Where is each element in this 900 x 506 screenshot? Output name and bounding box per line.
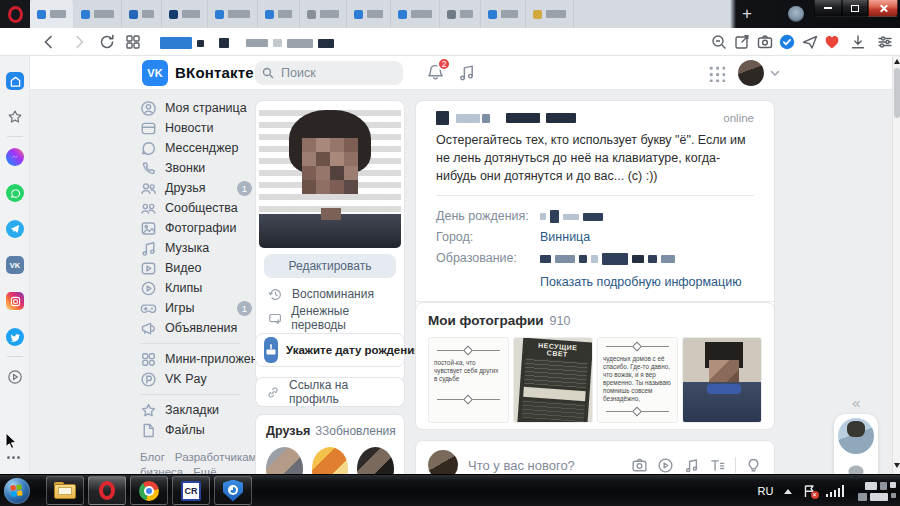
facebook-messenger-icon[interactable] — [6, 148, 24, 166]
minimize-button[interactable] — [814, 0, 842, 17]
easy-setup-icon[interactable] — [876, 33, 894, 51]
money-transfers-row[interactable]: Денежные переводы — [259, 306, 401, 330]
sidebar-item-video[interactable]: Видео — [140, 258, 252, 278]
friend-avatar[interactable] — [266, 447, 303, 474]
camera-icon[interactable] — [756, 33, 774, 51]
browser-tab[interactable] — [481, 0, 526, 28]
photo-thumb-portrait[interactable] — [682, 337, 763, 423]
forward-button[interactable] — [70, 33, 88, 51]
browser-tab[interactable] — [162, 0, 208, 28]
sidebar-item-music[interactable]: Музыка — [140, 238, 252, 258]
scroll-up-arrow[interactable] — [894, 59, 900, 64]
composer-placeholder[interactable]: Что у вас нового? — [468, 458, 575, 473]
sidebar-item-bookmarks[interactable]: Закладки — [140, 400, 252, 420]
friend-avatar[interactable] — [357, 447, 394, 474]
chat-contact-avatar[interactable] — [838, 418, 874, 454]
tray-expand-icon[interactable] — [784, 489, 792, 494]
footer-link[interactable]: Блог — [140, 451, 165, 463]
sidebar-item-clips[interactable]: Клипы — [140, 278, 252, 298]
taskbar-cr-button[interactable]: CR — [172, 476, 210, 505]
download-icon[interactable] — [849, 33, 867, 51]
tab-search-icon[interactable] — [788, 6, 804, 22]
header-avatar[interactable] — [738, 60, 764, 86]
taskbar-explorer-button[interactable] — [46, 476, 84, 505]
sidebar-item-ads[interactable]: Объявления — [140, 318, 252, 338]
sidebar-item-communities[interactable]: Сообщества — [140, 198, 252, 218]
browser-tab[interactable] — [300, 0, 347, 28]
music-header-icon[interactable] — [457, 63, 476, 82]
taskbar-shield-button[interactable] — [214, 476, 252, 505]
footer-link[interactable]: Ещё — [193, 466, 217, 474]
browser-tab[interactable] — [74, 0, 122, 28]
scroll-down-arrow[interactable] — [894, 463, 900, 468]
vk-logo-text[interactable]: ВКонтакте — [175, 64, 254, 81]
composer-photo-icon[interactable] — [631, 457, 648, 474]
telegram-icon[interactable] — [6, 220, 24, 238]
friends-title[interactable]: Друзья — [266, 424, 310, 438]
sidebar-item-miniapps[interactable]: Мини-приложения — [140, 349, 252, 369]
sidebar-more-icon[interactable] — [7, 456, 20, 459]
photos-title[interactable]: Мои фотографии — [428, 313, 544, 328]
zoom-out-icon[interactable] — [710, 33, 728, 51]
network-signal-icon[interactable] — [826, 485, 845, 497]
back-button[interactable] — [40, 33, 58, 51]
browser-tab[interactable] — [208, 0, 258, 28]
action-center-flag-icon[interactable]: ✕ — [802, 484, 816, 498]
photo-thumb-text-2[interactable]: чудесных домов с её спасибо. Где-то давн… — [597, 337, 678, 423]
snapshot-icon[interactable] — [733, 33, 751, 51]
photo-thumb-text-1[interactable]: постой-ка, что чувствует себя других в с… — [428, 337, 509, 423]
footer-link[interactable]: Разработчикам — [175, 451, 257, 463]
browser-tab[interactable] — [347, 0, 391, 28]
sidebar-item-friends[interactable]: Друзья1 — [140, 178, 252, 198]
address-bar[interactable] — [160, 37, 334, 49]
search-input[interactable] — [255, 61, 403, 85]
sidebar-item-news[interactable]: Новости — [140, 118, 252, 138]
instagram-icon[interactable] — [6, 292, 24, 310]
detail-value-link[interactable]: Винница — [540, 230, 590, 244]
friend-avatar[interactable] — [312, 447, 349, 474]
sidebar-item-messenger[interactable]: Мессенджер — [140, 138, 252, 158]
sidebar-item-user[interactable]: Моя страница — [140, 98, 252, 118]
browser-tab[interactable] — [391, 0, 440, 28]
composer-idea-icon[interactable] — [745, 457, 762, 474]
sidebar-item-photos[interactable]: Фотографии — [140, 218, 252, 238]
apps-grid-icon[interactable] — [708, 65, 725, 82]
send-to-device-icon[interactable] — [801, 33, 819, 51]
twitter-icon[interactable] — [6, 328, 24, 346]
profile-photo[interactable] — [259, 104, 401, 248]
browser-tab[interactable] — [258, 0, 300, 28]
composer-article-icon[interactable] — [709, 457, 726, 474]
profile-link-card[interactable]: Ссылка на профиль — [255, 377, 405, 407]
taskbar-opera-button[interactable] — [88, 476, 126, 505]
chevron-down-icon[interactable] — [770, 69, 780, 77]
browser-tab[interactable] — [526, 0, 574, 28]
birthday-prompt-card[interactable]: Укажите дату рождения ✕ — [255, 333, 405, 367]
bookmarks-star-icon[interactable] — [6, 108, 24, 126]
taskbar-chrome-button[interactable] — [130, 476, 168, 505]
speed-dial-button[interactable] — [124, 33, 142, 51]
composer-avatar[interactable] — [428, 450, 458, 474]
edit-profile-button[interactable]: Редактировать — [264, 254, 396, 278]
sidebar-item-files[interactable]: Файлы — [140, 420, 252, 440]
scrollbar-thumb[interactable] — [894, 68, 900, 118]
vk-logo[interactable]: VK — [142, 60, 168, 86]
show-more-link[interactable]: Показать подробную информацию — [416, 268, 774, 291]
photo-thumb-poster[interactable]: НЕСУЩИЕ СВЕТ — [513, 337, 594, 423]
clock-redacted[interactable] — [858, 482, 896, 501]
vpn-shield-icon[interactable] — [778, 33, 796, 51]
maximize-button[interactable] — [842, 0, 868, 17]
composer-video-icon[interactable] — [657, 457, 674, 474]
close-button[interactable] — [868, 0, 898, 17]
sidebar-item-games[interactable]: Игры1 — [140, 298, 252, 318]
speed-dial-icon[interactable] — [6, 72, 24, 90]
friends-updates-link[interactable]: обновления — [329, 424, 395, 438]
browser-tab[interactable] — [30, 0, 74, 28]
new-tab-button[interactable]: + — [736, 2, 758, 26]
bookmark-heart-icon[interactable] — [823, 33, 841, 51]
language-indicator[interactable]: RU — [758, 485, 774, 497]
browser-tab[interactable] — [122, 0, 162, 28]
start-button[interactable] — [4, 478, 30, 504]
opera-menu-button[interactable] — [0, 0, 30, 28]
page-scrollbar[interactable] — [892, 56, 900, 474]
tab-strip[interactable] — [30, 0, 574, 28]
